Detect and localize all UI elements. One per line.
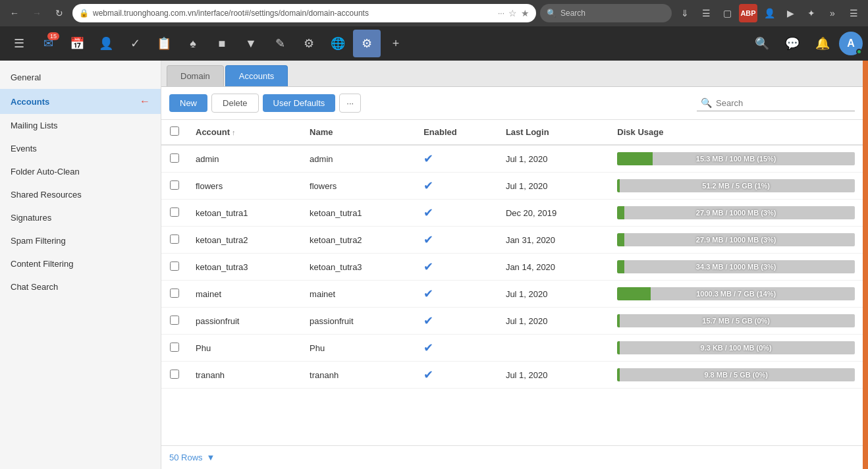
row-checkbox[interactable] [170,153,179,163]
user-defaults-button[interactable]: User Defaults [263,94,336,112]
row-last-login: Dec 20, 2019 [498,200,609,227]
sidebar-item-spam-filtering[interactable]: Spam Filtering [0,229,161,252]
sync-button[interactable]: ▶ [781,4,800,22]
row-account: ketoan_tutra2 [188,227,302,254]
sidebar-item-label: Mailing Lists [11,121,58,130]
row-account: ketoan_tutra1 [188,200,302,227]
table-row: mainetmainet✔Jul 1, 20201000.3 MB / 7 GB… [161,281,863,308]
row-checkbox-cell [161,308,188,335]
header-enabled: Enabled [416,120,498,145]
calendar-button[interactable]: 📅 [63,30,91,57]
search-toolbar-button[interactable]: 🔍 [748,30,776,57]
more-button[interactable]: ··· [339,94,361,113]
enabled-check-icon: ✔ [423,233,433,246]
browser-search-box[interactable]: 🔍 Search [540,4,672,22]
row-enabled: ✔ [416,335,498,362]
table-footer[interactable]: 50 Rows ▼ [161,445,863,469]
app-toolbar: ☰ ✉ 15 📅 👤 ✓ 📋 ♠ ■ ▼ ✎ ⚙ 🌐 ⚙ + 🔍 💬 🔔 A [0,26,868,61]
refresh-button[interactable]: ↻ [50,4,68,22]
address-bar: 🔒 webmail.truonghoang.com.vn/interface/r… [72,4,536,22]
hamburger-button[interactable]: ☰ [5,30,33,57]
row-name: mainet [302,281,416,308]
expand-button[interactable]: » [823,4,842,22]
rss-button[interactable]: ■ [208,30,236,57]
sidebar-item-content-filtering[interactable]: Content Filtering [0,252,161,275]
tasks-button[interactable]: ✓ [121,30,149,57]
header-checkbox-cell [161,120,188,145]
extension-button[interactable]: ✦ [802,4,821,22]
settings-button[interactable]: ⚙ [295,30,323,57]
avatar-button[interactable]: A [839,32,863,55]
tab-domain[interactable]: Domain [167,65,224,86]
right-edge [863,61,868,469]
select-all-checkbox[interactable] [170,126,179,136]
mail-badge: 15 [47,32,59,40]
sidebar-item-general[interactable]: General [0,66,161,89]
row-disk-usage: 9.8 MB / 5 GB (0%) [609,362,863,389]
row-checkbox-cell [161,173,188,200]
row-disk-usage: 15.7 MB / 5 GB (0%) [609,308,863,335]
plus-button[interactable]: + [382,30,410,57]
chart-button[interactable]: ✎ [266,30,294,57]
row-last-login: Jul 1, 2020 [498,308,609,335]
row-checkbox-cell [161,335,188,362]
sidebar-item-folder-auto-clean[interactable]: Folder Auto-Clean [0,160,161,183]
contacts-button[interactable]: 👤 [92,30,120,57]
profile-button[interactable]: 👤 [760,4,778,22]
sidebar-item-signatures[interactable]: Signatures [0,206,161,229]
sidebar-item-label: Chat Search [11,282,58,292]
row-account: trananh [188,362,302,389]
sidebar: General Accounts ← Mailing Lists Events … [0,61,161,469]
sidebar-item-chat-search[interactable]: Chat Search [0,275,161,298]
table-header-row: Account Name Enabled Last Login Disk Usa [161,120,863,145]
menu-button[interactable]: ☰ [844,4,863,22]
forward-button[interactable]: → [28,4,46,22]
tab-accounts[interactable]: Accounts [225,65,288,86]
sidebar-item-accounts[interactable]: Accounts ← [0,89,161,114]
row-checkbox[interactable] [170,370,179,379]
enabled-check-icon: ✔ [423,206,433,219]
table-body: adminadmin✔Jul 1, 202015.3 MB / 100 MB (… [161,145,863,389]
row-checkbox[interactable] [170,289,179,298]
abp-button[interactable]: ABP [739,4,757,22]
row-checkbox-cell [161,362,188,389]
sidebar-item-shared-resources[interactable]: Shared Resources [0,183,161,206]
table-row: adminadmin✔Jul 1, 202015.3 MB / 100 MB (… [161,145,863,173]
sitemap-button[interactable]: ♠ [179,30,207,57]
search-input[interactable] [716,98,851,108]
row-checkbox[interactable] [170,343,179,352]
search-icon: 🔍 [701,97,712,108]
row-checkbox[interactable] [170,234,179,244]
bell-button[interactable]: 🔔 [809,30,836,57]
sidebar-item-label: Signatures [11,213,51,223]
sidebar-item-label: Shared Resources [11,190,82,200]
gear-active-button[interactable]: ⚙ [353,30,381,57]
sidebar-toggle-button[interactable]: ▢ [718,4,736,22]
row-disk-usage: 9.3 KB / 100 MB (0%) [609,335,863,362]
enabled-check-icon: ✔ [423,368,433,381]
reader-button[interactable]: ☰ [697,4,715,22]
mail-button[interactable]: ✉ 15 [34,30,62,57]
table-row: trananhtrananh✔Jul 1, 20209.8 MB / 5 GB … [161,362,863,389]
download-button[interactable]: ⇓ [676,4,694,22]
dropdown-icon: ▼ [207,453,215,462]
inbox-button[interactable]: ▼ [237,30,265,57]
avatar-label: A [847,38,855,49]
sidebar-item-events[interactable]: Events [0,137,161,160]
table-container: Account Name Enabled Last Login Disk Usa [161,120,863,445]
chat-button[interactable]: 💬 [778,30,806,57]
back-button[interactable]: ← [5,4,24,22]
lock-icon: 🔒 [79,9,89,18]
new-button[interactable]: New [169,94,207,112]
row-checkbox[interactable] [170,207,179,217]
row-checkbox[interactable] [170,180,179,190]
globe-button[interactable]: 🌐 [324,30,352,57]
row-checkbox[interactable] [170,262,179,271]
row-checkbox[interactable] [170,316,179,325]
delete-button[interactable]: Delete [211,94,259,113]
search-box[interactable]: 🔍 [697,95,855,111]
sidebar-item-mailing-lists[interactable]: Mailing Lists [0,114,161,137]
row-last-login: Jul 1, 2020 [498,173,609,200]
notes-button[interactable]: 📋 [150,30,178,57]
row-enabled: ✔ [416,200,498,227]
